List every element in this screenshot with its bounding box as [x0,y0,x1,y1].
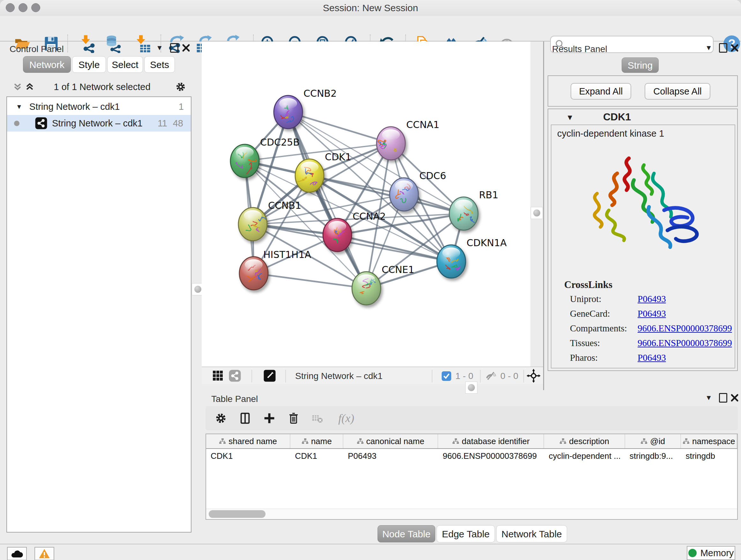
tab-node-table[interactable]: Node Table [378,525,435,543]
network-node-CCNB2[interactable] [274,96,302,129]
tab-network-table[interactable]: Network Table [496,525,567,543]
control-panel-title: Control Panel [10,44,64,54]
footer-separator [285,370,286,382]
selected-checkbox[interactable] [442,371,451,381]
table-cell: stringdb [681,449,737,463]
table-panel-float-icon[interactable] [718,392,729,403]
crosslink-link[interactable]: 9606.ENSP00000378699 [637,323,732,333]
results-panel-close-icon[interactable] [729,42,740,54]
scrollbar-thumb[interactable] [209,510,266,518]
delete-column-button[interactable] [283,408,304,428]
crosslink-label: Pharos: [570,353,637,363]
tab-string[interactable]: String [622,57,659,73]
tab-sets[interactable]: Sets [144,56,175,73]
network-node-CDC6[interactable] [390,178,418,211]
control-panel-close-icon[interactable] [180,42,192,54]
column-header--id[interactable]: @id [625,434,681,448]
grid-view-icon[interactable] [212,370,223,381]
results-panel-float-icon[interactable] [718,42,729,54]
table-row[interactable]: CDK1CDK1P064939606.ENSP00000378699cyclin… [206,449,737,463]
node-count: 11 [158,118,167,129]
network-node-CCNA2[interactable] [323,219,352,252]
crosslink-link[interactable]: P06493 [637,308,666,319]
edge-count: 48 [173,118,183,129]
network-node-CCNA1[interactable] [377,127,405,160]
share-view-icon[interactable] [228,369,241,382]
tab-network[interactable]: Network [23,56,71,73]
import-network-file-button[interactable] [77,33,98,54]
footer-separator [523,370,524,382]
section-collapse-icon[interactable]: ▼ [566,113,574,122]
gene-description: cyclin-dependent kinase 1 [557,128,664,139]
footer-separator [480,370,481,382]
crosslink-link[interactable]: P06493 [637,294,666,304]
tree-expander-icon[interactable]: ▼ [16,103,22,111]
column-header-shared-name[interactable]: shared name [206,434,290,448]
network-node-CCNB1[interactable] [239,207,267,241]
expand-all-icon[interactable] [25,82,35,92]
network-edge-CCNB2-CCNA1[interactable] [288,112,391,143]
column-header-database-identifier[interactable]: database identifier [438,434,544,448]
hidden-counts: 0 - 0 [500,367,518,385]
network-node-CDC25B[interactable] [230,144,259,178]
network-canvas[interactable]: CCNB2CCNA1CDC25BCDK1CDC6RB1CCNB1CCNA2CDK… [202,42,530,367]
horizontal-splitter-handle[interactable] [465,381,477,394]
control-panel-float-icon[interactable] [169,42,180,54]
column-header-name[interactable]: name [290,434,343,448]
table-cell: cyclin-dependent ... [544,449,625,463]
table-cell: CDK1 [290,449,343,463]
import-network-database-button[interactable] [103,33,124,54]
table-toolbar: f(x) [205,406,738,430]
pan-crosshair-icon[interactable] [527,369,541,383]
app-window: Session: New Session [0,0,741,560]
results-panel-menu-icon[interactable]: ▼ [703,42,715,54]
import-table-button[interactable] [132,33,153,54]
node-label-CDC25B: CDC25B [260,137,300,148]
gear-icon[interactable] [175,81,186,92]
horizontal-scrollbar[interactable] [206,509,737,519]
import-network-icon [78,35,96,53]
table-panel-menu-icon[interactable]: ▼ [703,392,715,403]
crosslinks-title: CrossLinks [564,279,612,291]
tree-row-network[interactable]: String Network – cdk1 11 48 [7,115,191,132]
node-table: shared namenamecanonical namedatabase id… [205,434,738,520]
show-columns-button[interactable] [235,408,255,428]
tab-select[interactable]: Select [107,56,143,73]
horizontal-splitter[interactable] [202,384,543,390]
table-settings-button[interactable] [211,408,231,428]
crosslink-link[interactable]: P06493 [637,353,666,363]
collapse-all-icon[interactable] [13,82,22,92]
network-status-dot [14,121,19,126]
column-header-namespace[interactable]: namespace [681,434,737,448]
birdseye-view-icon[interactable] [263,369,276,382]
tab-style[interactable]: Style [72,56,106,73]
trash-icon [287,412,300,425]
network-node-RB1[interactable] [449,197,478,230]
tree-row-collection[interactable]: ▼ String Network – cdk1 1 [7,98,191,115]
network-edge-CCNE1-HIST1H1A[interactable] [254,273,366,288]
collapse-all-button[interactable]: Collapse All [645,83,711,100]
column-type-icon [559,438,566,444]
network-collection-label: String Network – cdk1 [29,102,120,112]
memory-button[interactable]: Memory [687,546,735,560]
column-header-canonical-name[interactable]: canonical name [343,434,438,448]
network-node-CDK1[interactable] [295,159,324,192]
network-edge-CCNA2-CDKN1A[interactable] [337,235,451,261]
network-node-CCNE1[interactable] [352,272,381,305]
tab-edge-table[interactable]: Edge Table [436,525,495,543]
table-panel-title: Table Panel [211,394,258,404]
control-panel-menu-icon[interactable]: ▼ [154,42,165,54]
create-column-button[interactable] [259,408,280,428]
cloud-button[interactable] [7,547,27,560]
vertical-divider[interactable] [543,42,544,390]
expand-all-button[interactable]: Expand All [570,83,631,100]
warnings-button[interactable] [35,547,54,560]
column-header-description[interactable]: description [544,434,625,448]
results-section-box: ▼ CDK1 cyclin-dependent kinase 1 Cros [548,109,738,371]
crosslink-link[interactable]: 9606.ENSP00000378699 [637,338,732,348]
right-splitter-handle[interactable] [531,207,543,219]
crosslink-label: GeneCard: [570,308,637,319]
network-node-HIST1H1A[interactable] [239,257,268,290]
network-node-CDKN1A[interactable] [437,245,466,278]
table-panel-close-icon[interactable] [729,392,740,403]
